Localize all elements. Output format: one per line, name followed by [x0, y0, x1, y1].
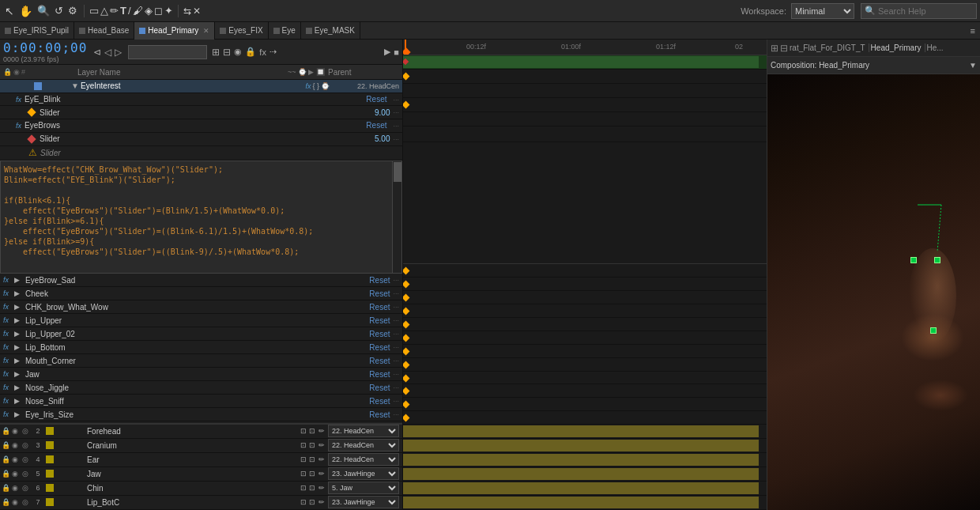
parent-select-lipbotc[interactable]: 23. JawHinge: [328, 496, 399, 508]
fx-reset-5[interactable]: Reset: [369, 343, 390, 352]
fx-reset-3[interactable]: Reset: [369, 316, 390, 325]
expand-fx-0[interactable]: ▶: [14, 276, 22, 284]
paint-icon[interactable]: 🖌: [133, 5, 143, 17]
expand-fx-6[interactable]: ▶: [14, 357, 22, 365]
fx-layer-0[interactable]: fx ▶ EyeBrow_Sad Reset ···: [0, 274, 402, 287]
expression-icon[interactable]: fx: [259, 47, 266, 57]
solo-b1[interactable]: ◎: [22, 441, 32, 449]
zoom-icon[interactable]: 🔍: [37, 5, 50, 17]
fx-layer-2[interactable]: fx ▶ CHK_brow_What_Wow Reset ···: [0, 300, 402, 314]
layer-ear[interactable]: 🔒 ◉ ◎ 4 Ear ⊡ ⊡ ✏ 22. HeadCen: [0, 453, 402, 467]
layer-chin[interactable]: 🔒 ◉ ◎ 6 Chin ⊡ ⊡ ✏ 5. Jaw: [0, 482, 402, 496]
layer-eyeinterest[interactable]: ▼ EyeInterest fx { } ⌚ 22. HeadCen: [0, 80, 402, 93]
prev-keyframe-icon[interactable]: ⊲: [93, 47, 101, 58]
pen-b4[interactable]: ✏: [318, 484, 325, 492]
layer-slider-2[interactable]: Slider 5.00 ···: [0, 133, 402, 146]
fx-reset-6[interactable]: Reset: [369, 357, 390, 365]
lock-icon-toolbar[interactable]: 🔒: [245, 47, 256, 57]
hand-icon[interactable]: ✋: [19, 5, 32, 17]
expand-fx-7[interactable]: ▶: [14, 370, 22, 378]
fx-reset-2[interactable]: Reset: [369, 303, 390, 312]
search-input[interactable]: [878, 6, 973, 16]
pen-b5[interactable]: ✏: [318, 498, 325, 506]
fx-reset-7[interactable]: Reset: [369, 370, 390, 379]
layer-lipbotc[interactable]: 🔒 ◉ ◎ 7 Lip_BotC ⊡ ⊡ ✏ 23. JawHinge: [0, 496, 402, 510]
puppet-icon[interactable]: ✦: [164, 5, 173, 17]
polygon-icon[interactable]: △: [100, 5, 108, 17]
tab-head-base[interactable]: Head_Base: [74, 22, 134, 40]
comp-dropdown-icon[interactable]: ▼: [969, 61, 977, 70]
reset-eyebrows[interactable]: Reset: [366, 121, 386, 130]
tab-head-primary[interactable]: Head_Primary ✕: [134, 22, 215, 40]
layer-eyeblink[interactable]: fx EyE_Blink Reset ···: [0, 93, 402, 107]
flow-icon[interactable]: ⇢: [270, 47, 277, 57]
reset-blink[interactable]: Reset: [366, 95, 386, 104]
layer-slider-1[interactable]: Slider 9.00 ···: [0, 106, 402, 119]
stop-icon[interactable]: ■: [394, 47, 399, 57]
pen-b0[interactable]: ✏: [318, 427, 325, 435]
fx-layer-8[interactable]: fx ▶ Nose_Jiggle Reset ···: [0, 381, 402, 395]
solo-b4[interactable]: ◎: [22, 484, 32, 492]
parent-select-forehead[interactable]: 22. HeadCen: [328, 425, 399, 437]
eraser-icon[interactable]: ◻: [154, 5, 163, 17]
expr-content[interactable]: WhatWow=effect("CHK_Brow_What_Wow")("Sli…: [1, 161, 392, 273]
tab-close-3[interactable]: ✕: [203, 27, 209, 35]
solo-icon[interactable]: ◉: [234, 47, 242, 57]
expand-fx-4[interactable]: ▶: [14, 330, 22, 338]
layer-jaw[interactable]: 🔒 ◉ ◎ 5 Jaw ⊡ ⊡ ✏ 23. JawHinge: [0, 467, 402, 482]
solo-b0[interactable]: ◎: [22, 427, 32, 435]
transfer-icon[interactable]: ⇆: [183, 6, 191, 17]
brush-icon[interactable]: /: [128, 5, 131, 17]
parent-select-ear[interactable]: 22. HeadCen: [328, 453, 399, 466]
fx-layer-4[interactable]: fx ▶ Lip_Upper_02 Reset ···: [0, 327, 402, 341]
collapse-all-icon[interactable]: ⊟: [223, 47, 231, 58]
expand-fx-3[interactable]: ▶: [14, 316, 22, 324]
expand-fx-2[interactable]: ▶: [14, 303, 22, 311]
fx-reset-0[interactable]: Reset: [369, 276, 390, 285]
next-frame-icon[interactable]: ▷: [115, 47, 122, 58]
expand-1[interactable]: ▼: [71, 81, 81, 90]
comp-breadcrumb-3[interactable]: He...: [927, 43, 944, 52]
parent-select-chin[interactable]: 5. Jaw: [328, 482, 399, 494]
vis-b3[interactable]: ◉: [12, 470, 21, 478]
tabs-menu-icon[interactable]: ≡: [971, 26, 975, 36]
fx-layer-7[interactable]: fx ▶ Jaw Reset ···: [0, 368, 402, 381]
vis-b2[interactable]: ◉: [12, 455, 21, 463]
value-slider2[interactable]: 5.00: [362, 134, 390, 143]
pen-icon[interactable]: ✏: [110, 5, 119, 17]
expand-fx-9[interactable]: ▶: [14, 397, 22, 405]
vis-b0[interactable]: ◉: [12, 427, 21, 435]
stopwatch-slider1[interactable]: [27, 108, 36, 117]
parent-select-jaw[interactable]: 23. JawHinge: [328, 467, 399, 480]
fx-layer-6[interactable]: fx ▶ Mouth_Corner Reset ···: [0, 354, 402, 368]
fx-reset-10[interactable]: Reset: [369, 410, 390, 419]
lock-b1[interactable]: 🔒: [2, 441, 11, 449]
layer-search-input[interactable]: [128, 45, 207, 59]
expand-fx-10[interactable]: ▶: [14, 410, 22, 418]
text-icon[interactable]: T: [120, 5, 126, 17]
expand-fx-5[interactable]: ▶: [14, 343, 22, 351]
prev-frame-icon[interactable]: ◁: [104, 47, 111, 58]
fx-layer-3[interactable]: fx ▶ Lip_Upper Reset ···: [0, 314, 402, 327]
expand-fx-8[interactable]: ▶: [14, 383, 22, 391]
fx-reset-9[interactable]: Reset: [369, 397, 390, 406]
pen-b3[interactable]: ✏: [318, 470, 325, 478]
lock-b0[interactable]: 🔒: [2, 427, 11, 435]
parent-select-cranium[interactable]: 22. HeadCen: [328, 439, 399, 451]
tab-eye-mask[interactable]: Eye_MASK: [301, 22, 360, 40]
close-icon[interactable]: ✕: [193, 6, 201, 17]
expand-all-icon[interactable]: ⊞: [212, 47, 220, 58]
expr-scroll-thumb[interactable]: [394, 162, 401, 182]
pen-b1[interactable]: ✏: [318, 441, 325, 449]
tab-eye-iris[interactable]: Eye_IRIS_Pupil: [0, 22, 74, 40]
lock-b3[interactable]: 🔒: [2, 470, 11, 478]
fx-reset-8[interactable]: Reset: [369, 383, 390, 392]
solo-b2[interactable]: ◎: [22, 455, 32, 463]
stopwatch-slider2[interactable]: [27, 134, 36, 143]
fx-reset-1[interactable]: Reset: [369, 289, 390, 298]
solo-b5[interactable]: ◎: [22, 498, 32, 506]
settings-icon[interactable]: ⚙: [68, 5, 77, 17]
vis-b1[interactable]: ◉: [12, 441, 21, 449]
comp-breadcrumb-1[interactable]: rat_Flat_For_DIGT_T: [790, 43, 869, 52]
arrow-icon[interactable]: ↖: [5, 5, 14, 17]
